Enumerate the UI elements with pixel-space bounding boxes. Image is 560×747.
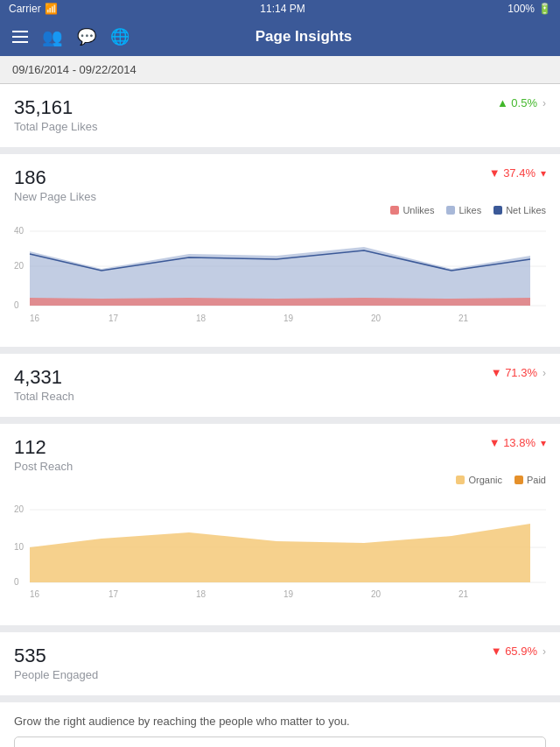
legend-organic-dot (456, 476, 465, 484)
carrier-label: Carrier (9, 3, 41, 15)
svg-text:20: 20 (14, 504, 24, 514)
status-right: 100% 🔋 (508, 3, 551, 15)
promote-page-button[interactable]: Promote Page (14, 736, 546, 747)
svg-text:20: 20 (371, 589, 382, 599)
svg-marker-6 (30, 247, 530, 306)
status-time: 11:14 PM (260, 3, 304, 15)
total-reach-card: 4,331 Total Reach ▼ 71.3% › (0, 354, 560, 417)
svg-text:17: 17 (108, 314, 119, 323)
post-reach-change[interactable]: ▼ 13.8% ▾ (489, 436, 546, 449)
total-reach-label: Total Reach (14, 390, 74, 403)
total-page-likes-chevron: › (542, 97, 546, 109)
battery-label: 100% (508, 3, 535, 15)
svg-text:16: 16 (30, 314, 40, 323)
content-area: 35,161 Total Page Likes ▲ 0.5% › 186 New… (0, 84, 560, 747)
svg-marker-20 (30, 524, 530, 582)
legend-net-likes-dot (494, 206, 502, 215)
legend-paid-dot (514, 476, 523, 484)
svg-text:18: 18 (196, 589, 206, 599)
battery-icon: 🔋 (538, 3, 551, 15)
new-page-likes-legend: Unlikes Likes Net Likes (14, 205, 546, 215)
svg-text:16: 16 (30, 589, 40, 599)
svg-text:0: 0 (14, 577, 19, 587)
new-page-likes-value: 186 (14, 166, 96, 189)
post-reach-change-value: ▼ 13.8% (489, 436, 536, 449)
total-page-likes-card: 35,161 Total Page Likes ▲ 0.5% › (0, 84, 560, 147)
svg-text:40: 40 (14, 226, 24, 236)
people-icon[interactable]: 👥 (42, 27, 63, 47)
wifi-icon: 📶 (45, 3, 58, 15)
legend-paid: Paid (514, 475, 546, 485)
svg-text:18: 18 (196, 314, 206, 323)
page-title: Page Insights (130, 28, 478, 46)
svg-text:20: 20 (371, 314, 382, 323)
new-page-likes-change-value: ▼ 37.4% (489, 166, 536, 180)
post-reach-legend: Organic Paid (14, 475, 546, 485)
post-reach-chevron: ▾ (541, 437, 546, 449)
svg-text:19: 19 (284, 314, 294, 323)
people-engaged-chevron: › (542, 645, 546, 658)
new-page-likes-chart: 40 20 0 16 17 18 19 20 21 (14, 221, 546, 335)
date-range-text: 09/16/2014 - 09/22/2014 (12, 63, 136, 76)
new-page-likes-card: 186 New Page Likes ▼ 37.4% ▾ Unlikes Lik… (0, 154, 560, 347)
people-engaged-value: 535 (14, 645, 98, 667)
legend-organic: Organic (456, 475, 502, 485)
promote-card: Grow the right audience by reaching the … (0, 702, 560, 747)
svg-marker-7 (30, 298, 530, 306)
menu-icon[interactable] (12, 31, 28, 43)
svg-text:21: 21 (458, 314, 469, 323)
legend-unlikes-label: Unlikes (402, 205, 434, 215)
legend-unlikes-dot (390, 206, 399, 215)
messages-icon[interactable]: 💬 (77, 27, 96, 46)
legend-organic-label: Organic (468, 475, 502, 485)
post-reach-value: 112 (14, 436, 73, 459)
total-reach-value: 4,331 (14, 366, 74, 389)
total-page-likes-change[interactable]: ▲ 0.5% › (497, 96, 546, 109)
legend-likes-dot (446, 206, 455, 215)
total-reach-change-value: ▼ 71.3% (491, 366, 537, 379)
legend-net-likes-label: Net Likes (506, 205, 546, 215)
people-engaged-card: 535 People Engaged ▼ 65.9% › (0, 632, 560, 695)
new-page-likes-label: New Page Likes (14, 190, 96, 203)
legend-paid-label: Paid (527, 475, 546, 485)
svg-text:17: 17 (108, 589, 119, 599)
promote-text: Grow the right audience by reaching the … (14, 715, 546, 728)
new-page-likes-chevron: ▾ (541, 167, 546, 180)
nav-left-icons[interactable]: 👥 💬 🌐 (12, 27, 130, 47)
nav-bar: 👥 💬 🌐 Page Insights (0, 18, 560, 56)
total-page-likes-value: 35,161 (14, 96, 97, 119)
svg-text:21: 21 (458, 589, 469, 599)
people-engaged-change-value: ▼ 65.9% (491, 645, 537, 658)
total-page-likes-label: Total Page Likes (14, 120, 97, 133)
new-page-likes-change[interactable]: ▼ 37.4% ▾ (489, 166, 546, 180)
globe-icon[interactable]: 🌐 (110, 27, 130, 46)
people-engaged-change[interactable]: ▼ 65.9% › (491, 645, 546, 658)
post-reach-chart: 20 10 0 16 17 18 19 20 21 (14, 490, 546, 613)
post-reach-card: 112 Post Reach ▼ 13.8% ▾ Organic Paid (0, 424, 560, 625)
svg-text:19: 19 (284, 589, 294, 599)
total-reach-change[interactable]: ▼ 71.3% › (491, 366, 546, 379)
svg-text:20: 20 (14, 261, 24, 271)
total-reach-chevron: › (542, 367, 546, 379)
legend-likes: Likes (446, 205, 481, 215)
post-reach-label: Post Reach (14, 460, 73, 473)
status-bar: Carrier 📶 11:14 PM 100% 🔋 (0, 0, 560, 18)
total-page-likes-change-value: ▲ 0.5% (497, 96, 537, 109)
legend-net-likes: Net Likes (494, 205, 546, 215)
svg-text:0: 0 (14, 300, 19, 310)
status-left: Carrier 📶 (9, 3, 58, 15)
legend-unlikes: Unlikes (390, 205, 434, 215)
date-range-bar: 09/16/2014 - 09/22/2014 (0, 56, 560, 84)
people-engaged-label: People Engaged (14, 668, 98, 681)
legend-likes-label: Likes (458, 205, 481, 215)
svg-text:10: 10 (14, 542, 24, 552)
